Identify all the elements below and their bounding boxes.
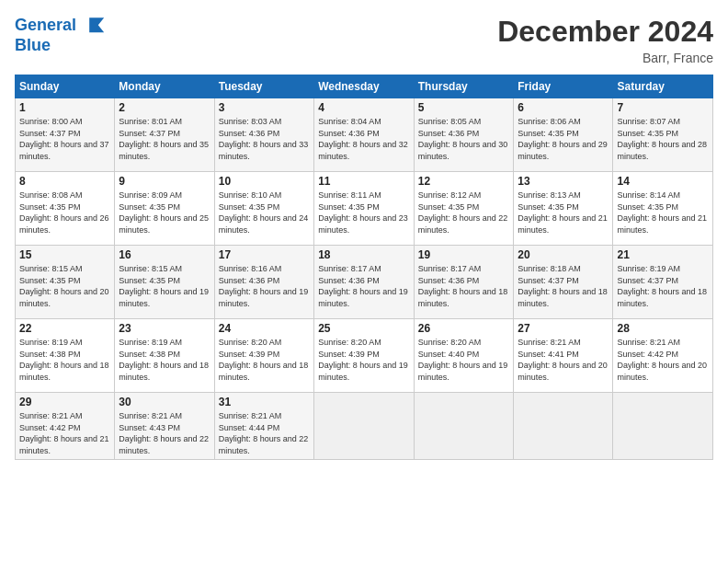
table-row: 5Sunrise: 8:05 AMSunset: 4:36 PMDaylight… <box>414 98 513 172</box>
header-friday: Friday <box>514 75 613 98</box>
header-thursday: Thursday <box>414 75 513 98</box>
table-row: 12Sunrise: 8:12 AMSunset: 4:35 PMDayligh… <box>414 172 513 246</box>
table-row: 20Sunrise: 8:18 AMSunset: 4:37 PMDayligh… <box>514 246 613 319</box>
table-row: 16Sunrise: 8:15 AMSunset: 4:35 PMDayligh… <box>115 246 214 319</box>
table-row: 22Sunrise: 8:19 AMSunset: 4:38 PMDayligh… <box>16 319 115 393</box>
table-row: 7Sunrise: 8:07 AMSunset: 4:35 PMDaylight… <box>613 98 713 172</box>
table-row <box>314 393 415 460</box>
table-row <box>514 393 613 460</box>
table-row: 13Sunrise: 8:13 AMSunset: 4:35 PMDayligh… <box>514 172 613 246</box>
table-row: 29Sunrise: 8:21 AMSunset: 4:42 PMDayligh… <box>16 393 115 460</box>
table-row <box>613 393 713 460</box>
table-row: 27Sunrise: 8:21 AMSunset: 4:41 PMDayligh… <box>514 319 613 393</box>
table-row: 3Sunrise: 8:03 AMSunset: 4:36 PMDaylight… <box>214 98 313 172</box>
calendar-header-row: Sunday Monday Tuesday Wednesday Thursday… <box>16 75 713 98</box>
month-title: December 2024 <box>497 15 713 49</box>
header-saturday: Saturday <box>613 75 713 98</box>
table-row: 21Sunrise: 8:19 AMSunset: 4:37 PMDayligh… <box>613 246 713 319</box>
logo: General Blue <box>15 15 110 55</box>
table-row: 18Sunrise: 8:17 AMSunset: 4:36 PMDayligh… <box>314 246 415 319</box>
header-sunday: Sunday <box>16 75 115 98</box>
logo-flag-icon <box>85 15 110 37</box>
logo-general: General <box>15 16 76 34</box>
svg-marker-0 <box>89 17 104 32</box>
header-monday: Monday <box>115 75 214 98</box>
table-row: 30Sunrise: 8:21 AMSunset: 4:43 PMDayligh… <box>115 393 214 460</box>
calendar: Sunday Monday Tuesday Wednesday Thursday… <box>15 75 713 460</box>
table-row: 28Sunrise: 8:21 AMSunset: 4:42 PMDayligh… <box>613 319 713 393</box>
table-row: 24Sunrise: 8:20 AMSunset: 4:39 PMDayligh… <box>214 319 313 393</box>
location: Barr, France <box>497 51 713 65</box>
header-wednesday: Wednesday <box>314 75 415 98</box>
table-row: 15Sunrise: 8:15 AMSunset: 4:35 PMDayligh… <box>16 246 115 319</box>
table-row: 8Sunrise: 8:08 AMSunset: 4:35 PMDaylight… <box>16 172 115 246</box>
table-row: 11Sunrise: 8:11 AMSunset: 4:35 PMDayligh… <box>314 172 415 246</box>
table-row: 31Sunrise: 8:21 AMSunset: 4:44 PMDayligh… <box>214 393 313 460</box>
table-row: 4Sunrise: 8:04 AMSunset: 4:36 PMDaylight… <box>314 98 415 172</box>
table-row: 26Sunrise: 8:20 AMSunset: 4:40 PMDayligh… <box>414 319 513 393</box>
table-row: 14Sunrise: 8:14 AMSunset: 4:35 PMDayligh… <box>613 172 713 246</box>
logo-blue: Blue <box>15 37 110 55</box>
table-row: 1Sunrise: 8:00 AMSunset: 4:37 PMDaylight… <box>16 98 115 172</box>
table-row: 17Sunrise: 8:16 AMSunset: 4:36 PMDayligh… <box>214 246 313 319</box>
header: General Blue December 2024 Barr, France <box>15 15 713 65</box>
table-row: 9Sunrise: 8:09 AMSunset: 4:35 PMDaylight… <box>115 172 214 246</box>
logo-text: General <box>15 15 110 37</box>
table-row: 19Sunrise: 8:17 AMSunset: 4:36 PMDayligh… <box>414 246 513 319</box>
title-area: December 2024 Barr, France <box>497 15 713 65</box>
header-tuesday: Tuesday <box>214 75 313 98</box>
table-row: 25Sunrise: 8:20 AMSunset: 4:39 PMDayligh… <box>314 319 415 393</box>
table-row: 23Sunrise: 8:19 AMSunset: 4:38 PMDayligh… <box>115 319 214 393</box>
table-row: 2Sunrise: 8:01 AMSunset: 4:37 PMDaylight… <box>115 98 214 172</box>
table-row: 10Sunrise: 8:10 AMSunset: 4:35 PMDayligh… <box>214 172 313 246</box>
table-row: 6Sunrise: 8:06 AMSunset: 4:35 PMDaylight… <box>514 98 613 172</box>
table-row <box>414 393 513 460</box>
